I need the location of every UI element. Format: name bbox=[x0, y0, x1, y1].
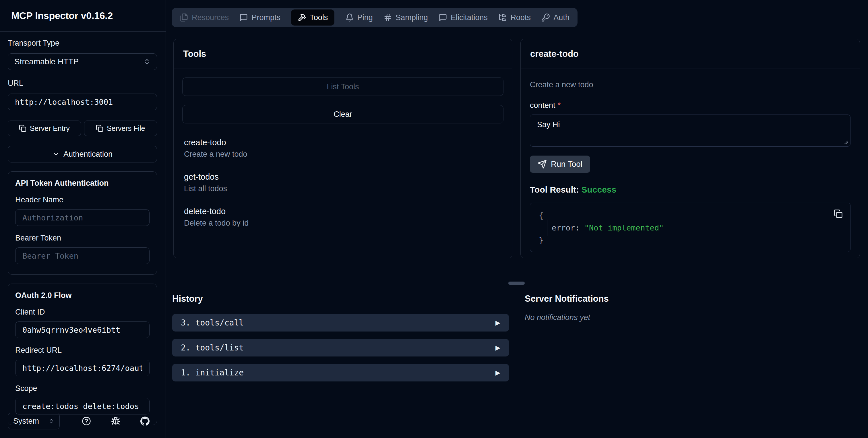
tab-ping[interactable]: Ping bbox=[345, 9, 373, 26]
transport-type-value: Streamable HTTP bbox=[14, 57, 79, 66]
tool-result-label: Tool Result: bbox=[530, 185, 579, 194]
content-textarea[interactable]: Say Hi bbox=[530, 115, 850, 147]
transport-type-label: Transport Type bbox=[8, 39, 157, 48]
json-open-brace: { bbox=[539, 209, 842, 222]
app-title: MCP Inspector v0.16.2 bbox=[11, 10, 113, 21]
tab-prompts[interactable]: Prompts bbox=[239, 9, 280, 26]
tool-list: create-todo Create a new todo get-todos … bbox=[182, 123, 503, 228]
server-notifications-panel: Server Notifications No notifications ye… bbox=[517, 283, 868, 438]
tab-roots[interactable]: Roots bbox=[498, 9, 531, 26]
tool-result-line: Tool Result: Success bbox=[530, 185, 850, 195]
bug-icon[interactable] bbox=[111, 416, 120, 426]
tool-detail-title: create-todo bbox=[530, 49, 579, 59]
history-entry-tools-list[interactable]: 2. tools/list ▶ bbox=[172, 339, 509, 356]
tab-elicitations[interactable]: Elicitations bbox=[439, 9, 488, 26]
tool-name: get-todos bbox=[184, 172, 502, 182]
tools-panel-title: Tools bbox=[183, 49, 206, 59]
send-icon bbox=[538, 160, 547, 169]
redirect-url-input[interactable] bbox=[15, 359, 150, 376]
sidebar: MCP Inspector v0.16.2 Transport Type Str… bbox=[0, 0, 166, 438]
github-icon[interactable] bbox=[141, 416, 150, 426]
hammer-icon bbox=[298, 13, 306, 22]
content-field-label: content* bbox=[530, 101, 850, 110]
chevrons-up-down-icon bbox=[49, 418, 54, 424]
history-entry-label: 3. tools/call bbox=[181, 318, 244, 327]
tool-detail-body: Create a new todo content* Say Hi Run To… bbox=[521, 69, 860, 252]
tab-label: Resources bbox=[192, 13, 229, 22]
folder-tree-icon bbox=[498, 13, 507, 22]
servers-file-label: Servers File bbox=[107, 124, 145, 133]
bell-icon bbox=[345, 13, 354, 22]
tool-description: Delete a todo by id bbox=[184, 219, 502, 228]
tool-list-item-get-todos[interactable]: get-todos List all todos bbox=[184, 172, 502, 193]
tab-resources[interactable]: Resources bbox=[180, 9, 229, 26]
server-entry-label: Server Entry bbox=[30, 124, 70, 133]
list-tools-button[interactable]: List Tools bbox=[182, 77, 503, 96]
header-name-input[interactable] bbox=[15, 209, 150, 226]
copy-icon bbox=[96, 125, 103, 132]
tool-detail-header: create-todo bbox=[521, 39, 860, 69]
history-entry-label: 1. initialize bbox=[181, 368, 244, 377]
hash-icon bbox=[383, 13, 392, 22]
files-icon bbox=[180, 13, 188, 22]
bearer-token-input[interactable] bbox=[15, 247, 150, 264]
history-entry-tools-call[interactable]: 3. tools/call ▶ bbox=[172, 314, 509, 332]
tool-list-item-delete-todo[interactable]: delete-todo Delete a todo by id bbox=[184, 207, 502, 228]
tab-tools[interactable]: Tools bbox=[291, 9, 334, 26]
tab-auth[interactable]: Auth bbox=[541, 9, 569, 26]
app-header: MCP Inspector v0.16.2 bbox=[0, 0, 166, 32]
servers-file-button[interactable]: Servers File bbox=[84, 121, 157, 136]
client-id-input[interactable] bbox=[15, 321, 150, 338]
tools-panel: Tools List Tools Clear create-todo Creat… bbox=[174, 39, 513, 258]
history-entry-initialize[interactable]: 1. initialize ▶ bbox=[172, 364, 509, 381]
authentication-toggle[interactable]: Authentication bbox=[8, 146, 157, 162]
oauth-title: OAuth 2.0 Flow bbox=[15, 291, 150, 300]
tool-name: delete-todo bbox=[184, 207, 502, 216]
run-tool-button[interactable]: Run Tool bbox=[530, 156, 590, 173]
message-square-icon bbox=[439, 13, 447, 22]
tab-label: Sampling bbox=[396, 13, 428, 22]
tools-panel-header: Tools bbox=[174, 39, 512, 69]
copy-result-button[interactable] bbox=[834, 209, 843, 218]
help-icon[interactable] bbox=[82, 416, 91, 426]
tab-label: Tools bbox=[310, 13, 328, 22]
transport-type-select[interactable]: Streamable HTTP bbox=[8, 53, 157, 70]
tool-result-status: Success bbox=[581, 185, 616, 194]
json-string-value: "Not implemented" bbox=[584, 223, 663, 232]
content-field-wrap: Say Hi bbox=[530, 115, 850, 148]
tool-result-json: { error: "Not implemented" } bbox=[530, 202, 850, 252]
history-entry-label: 2. tools/list bbox=[181, 343, 244, 352]
authentication-label: Authentication bbox=[63, 150, 113, 159]
tab-sampling[interactable]: Sampling bbox=[383, 9, 428, 26]
tools-panel-body: List Tools Clear create-todo Create a ne… bbox=[174, 69, 512, 228]
tool-list-item-create-todo[interactable]: create-todo Create a new todo bbox=[184, 138, 502, 159]
tab-label: Elicitations bbox=[451, 13, 488, 22]
header-name-label: Header Name bbox=[15, 195, 150, 205]
tab-bar: Resources Prompts Tools Ping Sampling El… bbox=[172, 8, 578, 27]
chevrons-up-down-icon bbox=[144, 58, 150, 65]
server-entry-button[interactable]: Server Entry bbox=[8, 121, 81, 136]
tool-detail-panel: create-todo Create a new todo content* S… bbox=[520, 39, 860, 258]
copy-icon bbox=[19, 125, 26, 132]
sidebar-body: Transport Type Streamable HTTP URL Serve… bbox=[0, 39, 166, 425]
bearer-token-label: Bearer Token bbox=[15, 233, 150, 243]
tool-detail-description: Create a new todo bbox=[530, 81, 850, 89]
clear-button[interactable]: Clear bbox=[182, 105, 503, 123]
history-title: History bbox=[172, 293, 509, 304]
tab-label: Ping bbox=[358, 13, 373, 22]
server-notifications-title: Server Notifications bbox=[525, 293, 868, 304]
scope-label: Scope bbox=[15, 384, 150, 393]
history-entries: 3. tools/call ▶ 2. tools/list ▶ 1. initi… bbox=[172, 314, 509, 381]
copy-buttons-row: Server Entry Servers File bbox=[8, 121, 157, 136]
tool-name: create-todo bbox=[184, 138, 502, 147]
key-icon bbox=[541, 13, 550, 22]
json-close-brace: } bbox=[539, 234, 842, 246]
tool-description: Create a new todo bbox=[184, 150, 502, 159]
url-input[interactable] bbox=[8, 94, 157, 110]
chevron-down-icon bbox=[52, 150, 60, 158]
theme-select[interactable]: System bbox=[8, 413, 60, 429]
tab-label: Roots bbox=[510, 13, 531, 22]
json-key: error: bbox=[552, 223, 580, 232]
resize-grip-icon[interactable] bbox=[844, 140, 848, 145]
api-token-title: API Token Authentication bbox=[15, 179, 150, 188]
